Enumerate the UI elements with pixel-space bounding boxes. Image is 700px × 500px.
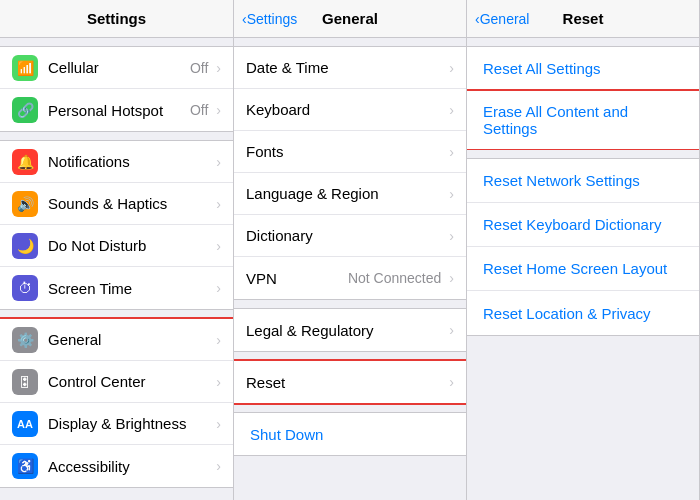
datetime-chevron: › bbox=[449, 60, 454, 76]
spacer7 bbox=[234, 404, 466, 412]
reset-location[interactable]: Reset Location & Privacy bbox=[467, 291, 699, 335]
panel1-bottom-section: ⚙️ General › 🎛 Control Center › AA Displ… bbox=[0, 318, 233, 488]
general-item-datetime[interactable]: Date & Time › bbox=[234, 47, 466, 89]
notifications-label: Notifications bbox=[48, 153, 214, 170]
panel-reset: ‹ General Reset Reset All Settings Erase… bbox=[467, 0, 700, 500]
display-label: Display & Brightness bbox=[48, 415, 214, 432]
language-label: Language & Region bbox=[246, 185, 447, 202]
general-chevron: › bbox=[216, 332, 221, 348]
settings-item-general[interactable]: ⚙️ General › bbox=[0, 319, 233, 361]
controlcenter-label: Control Center bbox=[48, 373, 214, 390]
reset-keyboard[interactable]: Reset Keyboard Dictionary bbox=[467, 203, 699, 247]
spacer3 bbox=[0, 310, 233, 318]
cellular-chevron: › bbox=[216, 60, 221, 76]
notifications-icon: 🔔 bbox=[12, 149, 38, 175]
screentime-icon: ⏱ bbox=[12, 275, 38, 301]
dnd-icon: 🌙 bbox=[12, 233, 38, 259]
general-item-shutdown[interactable]: Shut Down bbox=[234, 412, 466, 456]
dictionary-chevron: › bbox=[449, 228, 454, 244]
back-label: Settings bbox=[247, 11, 298, 27]
spacer4 bbox=[234, 38, 466, 46]
erase-content-settings[interactable]: Erase All Content and Settings bbox=[467, 91, 699, 149]
panel2-title: General bbox=[322, 10, 378, 27]
settings-item-dnd[interactable]: 🌙 Do Not Disturb › bbox=[0, 225, 233, 267]
general-item-reset[interactable]: Reset › bbox=[234, 361, 466, 403]
keyboard-label: Keyboard bbox=[246, 101, 447, 118]
screentime-label: Screen Time bbox=[48, 280, 214, 297]
controlcenter-icon: 🎛 bbox=[12, 369, 38, 395]
general-item-legal[interactable]: Legal & Regulatory › bbox=[234, 309, 466, 351]
app-container: Settings 📶 Cellular Off › 🔗 Personal Hot… bbox=[0, 0, 700, 500]
hotspot-icon: 🔗 bbox=[12, 97, 38, 123]
general-icon: ⚙️ bbox=[12, 327, 38, 353]
sounds-label: Sounds & Haptics bbox=[48, 195, 214, 212]
display-chevron: › bbox=[216, 416, 221, 432]
vpn-chevron: › bbox=[449, 270, 454, 286]
datetime-label: Date & Time bbox=[246, 59, 447, 76]
reset-all-settings[interactable]: Reset All Settings bbox=[467, 47, 699, 91]
notifications-chevron: › bbox=[216, 154, 221, 170]
panel3-back-btn[interactable]: ‹ General bbox=[475, 11, 529, 27]
accessibility-label: Accessibility bbox=[48, 458, 214, 475]
cellular-label: Cellular bbox=[48, 59, 190, 76]
fonts-label: Fonts bbox=[246, 143, 447, 160]
panel1-title: Settings bbox=[87, 10, 146, 27]
vpn-label: VPN bbox=[246, 270, 348, 287]
reset-homescreen[interactable]: Reset Home Screen Layout bbox=[467, 247, 699, 291]
spacer5 bbox=[234, 300, 466, 308]
reset-homescreen-label: Reset Home Screen Layout bbox=[483, 260, 667, 277]
dnd-chevron: › bbox=[216, 238, 221, 254]
panel2-section2: Legal & Regulatory › bbox=[234, 308, 466, 352]
general-item-language[interactable]: Language & Region › bbox=[234, 173, 466, 215]
legal-chevron: › bbox=[449, 322, 454, 338]
reset-keyboard-label: Reset Keyboard Dictionary bbox=[483, 216, 661, 233]
panel2-section3: Reset › bbox=[234, 360, 466, 404]
panel1-mid-section: 🔔 Notifications › 🔊 Sounds & Haptics › 🌙… bbox=[0, 140, 233, 310]
sounds-icon: 🔊 bbox=[12, 191, 38, 217]
panel3-section1: Reset All Settings Erase All Content and… bbox=[467, 46, 699, 150]
settings-item-screentime[interactable]: ⏱ Screen Time › bbox=[0, 267, 233, 309]
general-label: General bbox=[48, 331, 214, 348]
reset-location-label: Reset Location & Privacy bbox=[483, 305, 651, 322]
screentime-chevron: › bbox=[216, 280, 221, 296]
settings-item-accessibility[interactable]: ♿ Accessibility › bbox=[0, 445, 233, 487]
cellular-value: Off bbox=[190, 60, 208, 76]
reset-network-label: Reset Network Settings bbox=[483, 172, 640, 189]
language-chevron: › bbox=[449, 186, 454, 202]
settings-item-sounds[interactable]: 🔊 Sounds & Haptics › bbox=[0, 183, 233, 225]
settings-item-controlcenter[interactable]: 🎛 Control Center › bbox=[0, 361, 233, 403]
erase-label: Erase All Content and Settings bbox=[483, 103, 683, 137]
cellular-icon: 📶 bbox=[12, 55, 38, 81]
panel3-header: ‹ General Reset bbox=[467, 0, 699, 38]
settings-item-cellular[interactable]: 📶 Cellular Off › bbox=[0, 47, 233, 89]
spacer6 bbox=[234, 352, 466, 360]
panel2-header: ‹ Settings General bbox=[234, 0, 466, 38]
settings-item-hotspot[interactable]: 🔗 Personal Hotspot Off › bbox=[0, 89, 233, 131]
general-item-keyboard[interactable]: Keyboard › bbox=[234, 89, 466, 131]
panel3-back-label: General bbox=[480, 11, 530, 27]
panel-general: ‹ Settings General Date & Time › Keyboar… bbox=[234, 0, 467, 500]
spacer2 bbox=[0, 132, 233, 140]
accessibility-chevron: › bbox=[216, 458, 221, 474]
settings-item-display[interactable]: AA Display & Brightness › bbox=[0, 403, 233, 445]
settings-item-notifications[interactable]: 🔔 Notifications › bbox=[0, 141, 233, 183]
legal-label: Legal & Regulatory bbox=[246, 322, 447, 339]
vpn-value: Not Connected bbox=[348, 270, 441, 286]
dictionary-label: Dictionary bbox=[246, 227, 447, 244]
spacer bbox=[0, 38, 233, 46]
spacer8 bbox=[467, 38, 699, 46]
general-item-fonts[interactable]: Fonts › bbox=[234, 131, 466, 173]
panel3-title: Reset bbox=[563, 10, 604, 27]
panel2-back-btn[interactable]: ‹ Settings bbox=[242, 11, 297, 27]
panel1-top-section: 📶 Cellular Off › 🔗 Personal Hotspot Off … bbox=[0, 46, 233, 132]
panel3-section2: Reset Network Settings Reset Keyboard Di… bbox=[467, 158, 699, 336]
hotspot-value: Off bbox=[190, 102, 208, 118]
hotspot-label: Personal Hotspot bbox=[48, 102, 190, 119]
shutdown-label: Shut Down bbox=[250, 426, 323, 443]
accessibility-icon: ♿ bbox=[12, 453, 38, 479]
general-item-dictionary[interactable]: Dictionary › bbox=[234, 215, 466, 257]
reset-network[interactable]: Reset Network Settings bbox=[467, 159, 699, 203]
panel-settings: Settings 📶 Cellular Off › 🔗 Personal Hot… bbox=[0, 0, 234, 500]
fonts-chevron: › bbox=[449, 144, 454, 160]
general-item-vpn[interactable]: VPN Not Connected › bbox=[234, 257, 466, 299]
